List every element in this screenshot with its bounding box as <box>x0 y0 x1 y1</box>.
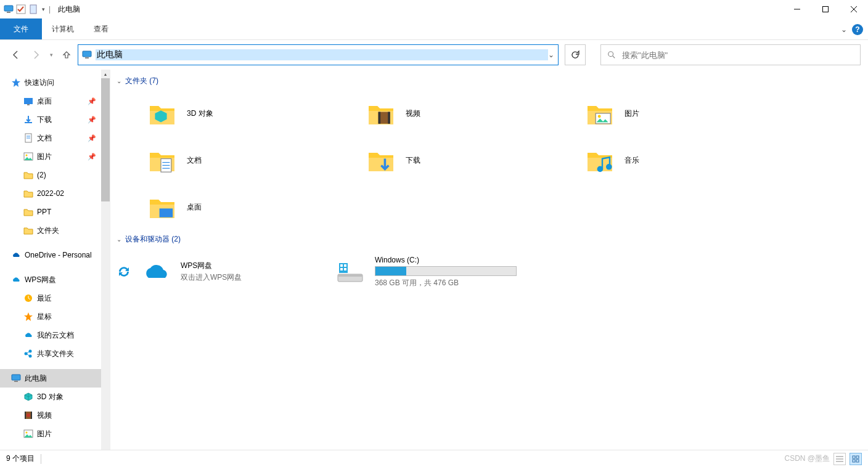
recent-dropdown-icon[interactable]: ▾ <box>47 46 55 63</box>
sidebar-item-label: 图片 <box>37 429 52 439</box>
sidebar-wps[interactable]: WPS网盘 <box>0 270 101 289</box>
window-title: 此电脑 <box>58 4 80 15</box>
watermark-text: CSDN @墨鱼 <box>784 453 830 464</box>
sidebar-item-folder[interactable]: PPT <box>0 203 101 221</box>
sidebar-onedrive[interactable]: OneDrive - Personal <box>0 246 101 264</box>
sidebar-item-share[interactable]: 共享文件夹 <box>0 344 101 363</box>
search-input[interactable] <box>622 51 854 60</box>
sidebar-item-3d[interactable]: 3D 对象 <box>0 388 101 406</box>
svg-marker-12 <box>12 78 20 87</box>
folder-icon <box>23 189 33 198</box>
picture-icon <box>23 429 33 439</box>
navigation-pane: 快速访问 桌面 📌 下载 📌 文档 📌 图片 📌 (2) 2022-02 PPT <box>0 70 110 450</box>
svg-point-24 <box>29 350 32 353</box>
sidebar-item-clock[interactable]: 最近 <box>0 289 101 307</box>
sidebar-quick-access[interactable]: 快速访问 <box>0 73 101 92</box>
folder-label: 视频 <box>406 108 420 119</box>
tab-view[interactable]: 查看 <box>84 18 118 39</box>
sidebar-item-label: 共享文件夹 <box>37 349 74 359</box>
cloud-icon <box>23 330 33 340</box>
star-icon <box>23 312 33 322</box>
folder-item-3d[interactable]: 3D 对象 <box>147 90 366 137</box>
pin-icon: 📌 <box>88 97 96 105</box>
svg-rect-51 <box>340 264 343 267</box>
scrollbar-up-icon[interactable]: ▴ <box>101 70 110 78</box>
group-header-label: 设备和驱动器 (2) <box>125 234 181 245</box>
minimize-button[interactable] <box>783 0 811 18</box>
svg-rect-3 <box>30 5 36 14</box>
svg-rect-54 <box>344 268 346 270</box>
sidebar-item-star[interactable]: 星标 <box>0 307 101 326</box>
content-pane: ⌄ 文件夹 (7) 3D 对象 视频 图片 文档 下载 音乐 <box>110 70 868 450</box>
svg-point-25 <box>29 355 32 358</box>
drive-usage-bar <box>375 266 517 276</box>
checkbox-qat-icon[interactable] <box>16 4 26 14</box>
wps-cloud-icon <box>11 275 21 285</box>
svg-rect-5 <box>823 7 829 12</box>
share-icon <box>23 349 33 359</box>
status-item-count: 9 个项目 <box>6 453 35 464</box>
pin-icon: 📌 <box>88 134 96 142</box>
svg-line-11 <box>613 56 615 59</box>
folder-item-music[interactable]: 音乐 <box>585 137 804 184</box>
sync-icon <box>117 264 131 279</box>
sidebar-label: OneDrive - Personal <box>25 251 92 259</box>
tab-computer[interactable]: 计算机 <box>42 18 84 39</box>
sidebar-item-label: 最近 <box>37 293 52 304</box>
svg-rect-32 <box>31 412 32 419</box>
search-box[interactable] <box>600 44 861 65</box>
help-icon[interactable]: ? <box>852 24 863 35</box>
properties-qat-icon[interactable] <box>28 4 38 14</box>
drive-item-wps[interactable]: WPS网盘 双击进入WPS网盘 <box>117 248 335 295</box>
address-input[interactable] <box>96 49 548 60</box>
svg-rect-38 <box>388 112 390 124</box>
qat-dropdown-icon[interactable]: ▾ <box>42 6 45 12</box>
sidebar-item-desktop[interactable]: 桌面 📌 <box>0 92 101 110</box>
refresh-button[interactable] <box>565 44 586 65</box>
sidebar-scrollbar-thumb[interactable] <box>101 78 110 201</box>
sidebar-item-video[interactable]: 视频 <box>0 406 101 424</box>
file-tab[interactable]: 文件 <box>0 18 42 39</box>
music-folder-icon <box>585 145 615 175</box>
sidebar-this-pc[interactable]: 此电脑 <box>0 369 101 388</box>
sidebar-item-label: 我的云文档 <box>37 330 74 341</box>
3d-icon <box>23 392 33 402</box>
sidebar-item-folder[interactable]: 2022-02 <box>0 184 101 203</box>
sidebar-item-folder[interactable]: (2) <box>0 166 101 184</box>
sidebar-item-picture[interactable]: 图片 📌 <box>0 147 101 166</box>
maximize-button[interactable] <box>811 0 840 18</box>
group-header-drives[interactable]: ⌄ 设备和驱动器 (2) <box>110 230 868 248</box>
group-header-label: 文件夹 (7) <box>125 76 158 86</box>
svg-rect-60 <box>853 460 855 462</box>
sidebar-item-cloud[interactable]: 我的云文档 <box>0 326 101 344</box>
group-header-folders[interactable]: ⌄ 文件夹 (7) <box>110 72 868 90</box>
clock-icon <box>23 293 33 303</box>
address-dropdown-icon[interactable]: ⌄ <box>548 51 554 59</box>
folder-item-video[interactable]: 视频 <box>366 90 585 137</box>
sidebar-item-folder[interactable]: 文件夹 <box>0 221 101 240</box>
ribbon-collapse-icon[interactable]: ⌄ <box>841 25 847 34</box>
close-button[interactable] <box>840 0 868 18</box>
forward-button[interactable] <box>27 46 44 63</box>
folder-label: 音乐 <box>624 155 639 166</box>
folder-label: 图片 <box>624 108 639 119</box>
up-button[interactable] <box>58 46 75 63</box>
folder-item-picture[interactable]: 图片 <box>585 90 804 137</box>
svg-rect-29 <box>14 381 18 382</box>
folder-item-document[interactable]: 文档 <box>147 137 366 184</box>
back-button[interactable] <box>7 46 25 63</box>
svg-rect-59 <box>856 456 859 458</box>
svg-rect-49 <box>338 274 362 277</box>
drive-item-c[interactable]: Windows (C:) 368 GB 可用，共 476 GB <box>335 248 554 295</box>
address-bar[interactable]: ⌄ <box>78 44 559 65</box>
sidebar-item-download[interactable]: 下载 📌 <box>0 110 101 129</box>
folder-item-desktop[interactable]: 桌面 <box>147 184 366 230</box>
folder-item-download[interactable]: 下载 <box>366 137 585 184</box>
svg-rect-28 <box>12 375 20 380</box>
star-pin-icon <box>11 78 21 87</box>
thumbnails-view-toggle[interactable] <box>850 453 862 465</box>
sidebar-item-picture[interactable]: 图片 <box>0 424 101 443</box>
sidebar-item-document[interactable]: 文档 📌 <box>0 129 101 147</box>
details-view-toggle[interactable] <box>833 453 846 465</box>
svg-rect-47 <box>160 208 173 217</box>
